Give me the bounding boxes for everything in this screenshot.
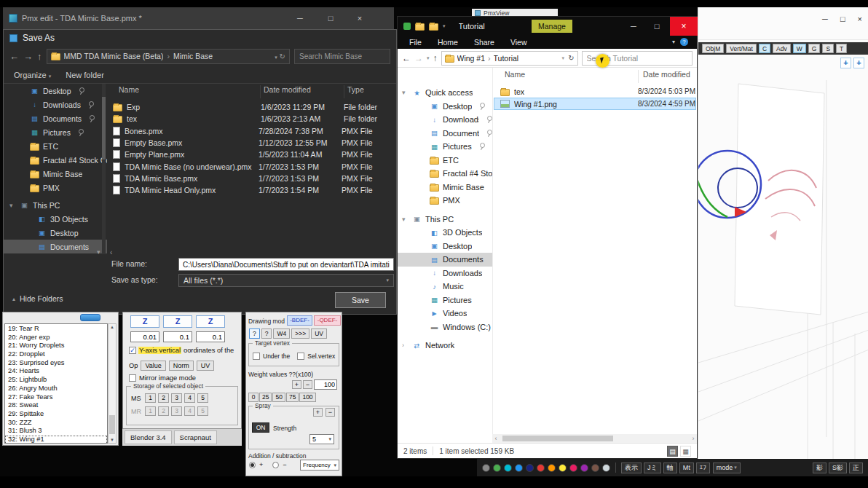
list-item[interactable]: 21: Worry Droplets — [5, 342, 107, 350]
chevron-down-icon[interactable]: ▾ — [97, 248, 100, 256]
scroll-down-icon[interactable]: ▼ — [108, 438, 116, 442]
save-button[interactable]: Save — [335, 292, 386, 308]
hide-folders-button[interactable]: ▴ Hide Folders — [12, 294, 63, 303]
refresh-icon[interactable]: ↻ — [280, 52, 285, 60]
color-dot-icon[interactable] — [515, 464, 523, 472]
save-type-select[interactable]: All files (*.*) ▾ — [178, 274, 394, 287]
3d-viewport[interactable] — [698, 71, 868, 459]
file-name-input[interactable] — [178, 258, 394, 271]
scroll-right-icon[interactable]: › — [690, 435, 697, 442]
refresh-icon[interactable]: ↻ — [568, 54, 574, 62]
weight-tool-button[interactable]: W4 — [273, 328, 290, 339]
sidebar-item[interactable]: Fractal #4 Stock Colo — [398, 167, 492, 181]
weight-preset-button[interactable]: 75 — [286, 393, 299, 402]
horizontal-scrollbar[interactable]: ‹ › — [492, 434, 697, 443]
storage-slot-button[interactable]: 1 — [145, 393, 156, 403]
breadcrumb-current[interactable]: Tutorial — [494, 54, 519, 63]
list-item[interactable]: 32: Wing #1 — [5, 436, 107, 444]
column-date[interactable]: Date modified — [638, 70, 697, 83]
storage-slot-button[interactable]: 5 — [197, 393, 208, 403]
sidebar-item[interactable]: This PC — [398, 213, 492, 227]
strength-select[interactable]: 5 ▾ — [309, 434, 334, 444]
ribbon-collapse-icon[interactable]: ▾ — [672, 39, 675, 45]
sidebar-item[interactable]: Mimic Base — [4, 167, 107, 181]
sidebar-item[interactable]: Mimic Base — [398, 181, 492, 194]
list-item[interactable]: 23: Surprised eyes — [5, 359, 107, 368]
chevron-down-icon[interactable]: ▾ — [562, 55, 565, 61]
scrollbar-thumb[interactable] — [109, 415, 115, 434]
z-axis-button[interactable]: Z — [163, 315, 192, 328]
storage-slot-button[interactable]: 4 — [184, 406, 195, 416]
search-box[interactable] — [294, 49, 390, 64]
color-dot-icon[interactable] — [526, 464, 534, 472]
file-row[interactable]: TDA Mimic Base (no underwear).pmx 1/7/20… — [107, 160, 395, 172]
sidebar-item[interactable]: 3D Objects — [4, 212, 107, 226]
folder-icon[interactable] — [429, 23, 438, 31]
bdef-button[interactable]: -BDEF- — [287, 315, 312, 326]
minus-button[interactable]: − — [303, 380, 312, 389]
close-icon[interactable]: × — [858, 15, 862, 23]
ribbon-tab[interactable]: Home — [438, 38, 458, 47]
sidebar-item[interactable]: Pictures — [398, 140, 492, 154]
file-row[interactable]: Wing #1.png 8/3/2024 4:59 PM — [494, 98, 696, 110]
help-icon[interactable]: ? — [680, 38, 688, 46]
list-item[interactable]: 31: Blush 3 — [5, 427, 107, 436]
subtract-radio[interactable] — [272, 462, 279, 468]
value-input-y[interactable] — [163, 331, 192, 342]
storage-slot-button[interactable]: 4 — [184, 393, 195, 403]
list-item[interactable]: 20: Anger exp — [5, 334, 107, 342]
sidebar-item[interactable]: Desktop — [398, 100, 492, 114]
sidebar-item[interactable]: This PC — [4, 198, 107, 212]
under-checkbox[interactable] — [253, 353, 260, 360]
view-option-button[interactable]: Mt — [679, 463, 694, 473]
weight-preset-button[interactable]: 0 — [248, 393, 259, 402]
history-chevron-icon[interactable]: ▾ — [427, 55, 430, 61]
maximize-icon[interactable]: □ — [840, 15, 845, 23]
list-item[interactable]: 24: Hearts — [5, 367, 107, 376]
gizmo-green-axis[interactable] — [698, 173, 727, 217]
sidebar-item[interactable]: Documents — [4, 240, 107, 253]
expander-icon[interactable] — [402, 342, 409, 349]
color-dot-icon[interactable] — [559, 464, 567, 472]
uv-button[interactable]: UV — [197, 361, 215, 371]
sidebar-item[interactable]: Windows (C:) — [398, 320, 492, 334]
file-row[interactable]: tex 8/3/2024 5:03 PM — [494, 85, 696, 98]
weight-tool-button[interactable]: UV — [311, 328, 327, 339]
sidebar-item[interactable]: Pictures — [4, 125, 107, 139]
scroll-left-icon[interactable]: ‹ — [110, 248, 112, 256]
sidebar-item[interactable]: Desktop — [398, 240, 492, 253]
norm-button[interactable]: Norm — [169, 361, 194, 371]
storage-slot-button[interactable]: 5 — [197, 406, 208, 416]
view-mode-button[interactable]: ObjM — [702, 44, 724, 53]
sidebar-item[interactable]: Fractal #4 Stock Colo — [4, 153, 107, 167]
sidebar-item[interactable]: Quick access — [398, 86, 492, 100]
view-option-button[interactable]: 軸 — [663, 463, 677, 473]
ribbon-tab[interactable]: File — [409, 38, 422, 47]
list-scrollbar[interactable]: ▲ ▼ — [108, 323, 117, 444]
file-row[interactable]: Bones.pmx 7/28/2024 7:38 PM PMX File — [107, 125, 395, 137]
column-name[interactable]: Name — [107, 85, 260, 98]
maximize-icon[interactable]: □ — [321, 7, 340, 29]
mode-button[interactable]: mode▾ — [713, 463, 741, 473]
value-input-x[interactable] — [130, 331, 159, 342]
list-item[interactable]: 26: Angry Mouth — [5, 385, 107, 393]
view-mode-button[interactable]: T — [836, 44, 847, 53]
color-dot-icon[interactable] — [580, 464, 588, 472]
sidebar-item[interactable]: Downloads — [398, 267, 492, 280]
minimize-icon[interactable]: ─ — [622, 17, 645, 36]
display-toggle-button[interactable]: 影 — [813, 463, 826, 473]
sidebar-item[interactable]: Videos — [398, 307, 492, 320]
plus-button[interactable]: + — [292, 380, 301, 389]
thumbnails-view-icon[interactable]: ▦ — [680, 446, 691, 457]
weight-preset-button[interactable]: 50 — [272, 393, 285, 402]
breadcrumb-path[interactable]: MMD TDA Mimic Base (Beta) — [64, 52, 164, 60]
column-type[interactable]: Type — [344, 85, 395, 98]
minimize-icon[interactable]: ─ — [822, 15, 828, 23]
up-icon[interactable]: ↑ — [37, 51, 42, 62]
up-icon[interactable]: ↑ — [433, 53, 438, 63]
scroll-left-icon[interactable]: ‹ — [492, 435, 500, 442]
color-dot-icon[interactable] — [493, 464, 501, 472]
sidebar-item[interactable]: Desktop — [4, 84, 107, 98]
scroll-up-icon[interactable]: ▲ — [108, 325, 116, 329]
minus-button[interactable]: − — [326, 408, 335, 417]
